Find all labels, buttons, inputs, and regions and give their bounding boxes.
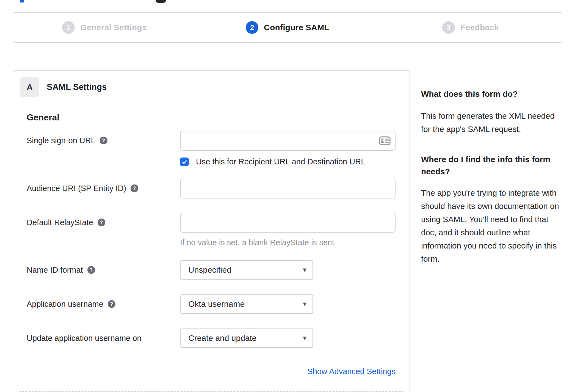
relay-state-label-wrap: Default RelayState ? — [27, 213, 180, 227]
update-username-label: Update application username on — [27, 333, 142, 343]
sidebar-paragraph-what: This form generates the XML needed for t… — [421, 109, 563, 136]
step-feedback[interactable]: 3 Feedback — [379, 13, 562, 42]
application-username-value: Okta username — [188, 299, 245, 309]
name-id-format-select[interactable]: Unspecified ▾ — [180, 260, 313, 280]
wizard-stepper: 1 General Settings 2 Configure SAML 3 Fe… — [13, 12, 562, 43]
help-icon[interactable]: ? — [100, 137, 107, 144]
help-icon[interactable]: ? — [108, 300, 115, 308]
name-id-format-label-wrap: Name ID format ? — [27, 260, 180, 275]
help-sidebar: What does this form do? This form genera… — [421, 88, 563, 266]
audience-uri-input[interactable] — [180, 179, 396, 198]
recipient-url-checkbox-label[interactable]: Use this for Recipient URL and Destinati… — [196, 157, 365, 166]
form-row-application-username: Application username ? Okta username ▾ — [27, 294, 410, 314]
help-icon[interactable]: ? — [98, 219, 105, 226]
step-general-settings[interactable]: 1 General Settings — [13, 13, 196, 42]
step-number-badge: 3 — [442, 21, 455, 34]
form-row-audience-uri: Audience URI (SP Entity ID) ? — [27, 179, 410, 198]
step-configure-saml[interactable]: 2 Configure SAML — [196, 13, 379, 42]
update-username-label-wrap: Update application username on — [27, 328, 180, 343]
saml-settings-panel: A SAML Settings General Single sign-on U… — [13, 70, 410, 392]
panel-header: A SAML Settings — [20, 77, 410, 97]
application-username-label: Application username — [27, 299, 103, 309]
form-row-name-id-format: Name ID format ? Unspecified ▾ — [27, 260, 410, 280]
step-number-badge: 1 — [62, 21, 75, 34]
relay-state-label: Default RelayState — [27, 217, 93, 227]
name-id-format-value: Unspecified — [188, 265, 231, 275]
sso-url-label-wrap: Single sign-on URL ? — [27, 131, 180, 145]
audience-uri-label-wrap: Audience URI (SP Entity ID) ? — [27, 179, 180, 193]
sidebar-heading-what: What does this form do? — [421, 88, 563, 100]
saml-form: Single sign-on URL ? — [27, 131, 410, 376]
dropdown-arrow-icon: ▾ — [303, 300, 306, 307]
section-a-badge: A — [20, 77, 39, 97]
form-row-relay-state: Default RelayState ? If no value is set,… — [27, 213, 410, 247]
audience-uri-label: Audience URI (SP Entity ID) — [27, 183, 126, 193]
panel-title: SAML Settings — [47, 82, 107, 92]
recipient-url-checkbox[interactable] — [180, 158, 189, 166]
update-username-select[interactable]: Create and update ▾ — [180, 328, 313, 348]
show-advanced-settings-link[interactable]: Show Advanced Settings — [307, 367, 396, 376]
sso-url-input[interactable] — [180, 131, 396, 151]
sso-url-control: Use this for Recipient URL and Destinati… — [180, 131, 396, 166]
application-username-label-wrap: Application username ? — [27, 294, 180, 309]
sidebar-paragraph-where: The app you're trying to integrate with … — [421, 186, 563, 266]
cropped-app-logo — [156, 0, 166, 3]
sidebar-heading-where: Where do I find the info this form needs… — [421, 153, 563, 178]
help-icon[interactable]: ? — [87, 266, 95, 274]
advanced-settings-row: Show Advanced Settings — [180, 367, 396, 376]
form-row-sso-url: Single sign-on URL ? — [27, 131, 410, 166]
update-username-value: Create and update — [188, 333, 257, 343]
checkmark-icon — [181, 159, 187, 165]
contact-card-icon[interactable] — [379, 136, 391, 145]
step-label: General Settings — [80, 23, 147, 32]
step-number-badge: 2 — [246, 21, 258, 34]
general-group-heading: General — [27, 112, 410, 123]
section-dashed-divider — [19, 391, 404, 392]
help-icon[interactable]: ? — [131, 184, 138, 192]
recipient-url-checkbox-row: Use this for Recipient URL and Destinati… — [180, 157, 396, 166]
sso-url-label: Single sign-on URL — [27, 136, 95, 145]
dropdown-arrow-icon: ▾ — [303, 266, 306, 273]
relay-state-input[interactable] — [180, 213, 396, 233]
dropdown-arrow-icon: ▾ — [303, 334, 306, 341]
name-id-format-label: Name ID format — [27, 265, 83, 275]
application-username-select[interactable]: Okta username ▾ — [180, 294, 313, 314]
form-row-update-username: Update application username on Create an… — [27, 328, 410, 348]
step-label: Feedback — [460, 23, 499, 32]
step-label: Configure SAML — [264, 23, 329, 32]
cropped-blue-tab-indicator — [20, 0, 24, 2]
relay-state-hint: If no value is set, a blank RelayState i… — [180, 238, 396, 247]
